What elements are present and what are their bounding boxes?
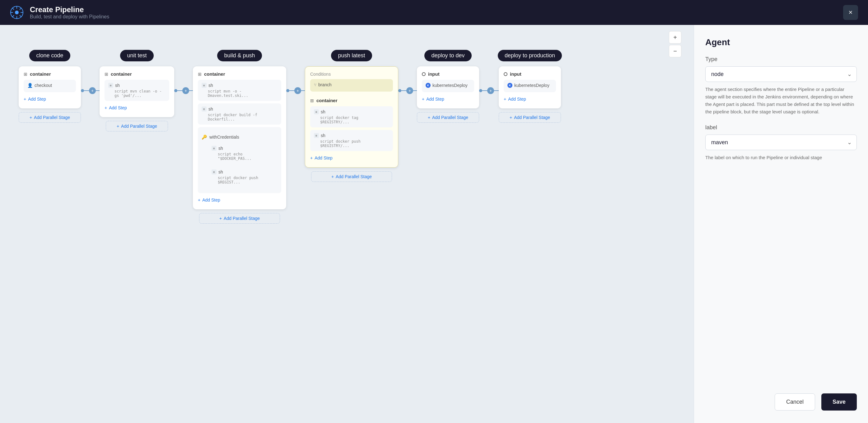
pipeline-stages: clone code ⊞ container 👤 checkout: [12, 44, 568, 230]
sh-step-bp2[interactable]: ≡ sh script docker build -f Dockerfil...: [198, 104, 281, 124]
app-container: Create Pipeline Build, test and deploy w…: [0, 0, 868, 423]
add-step-button-bp[interactable]: + Add Step: [198, 196, 281, 204]
stage-card-deploy-dev: input K kubernetesDeploy + Add Step: [417, 66, 479, 108]
sh-step-bp1[interactable]: ≡ sh script mvn -o -Dmaven.test.ski...: [198, 80, 281, 101]
connector-plus-3[interactable]: +: [294, 87, 301, 94]
pipeline-canvas: + − clone code ⊞ container 👤: [0, 25, 694, 423]
stage-label-unit-test: unit test: [120, 50, 153, 61]
stage-card-deploy-prod: input K kubernetesDeploy + Add Step: [499, 66, 561, 108]
connector-line: [84, 90, 89, 91]
add-step-label-ut: Add Step: [109, 105, 127, 110]
plus-icon-pl: +: [310, 156, 313, 161]
add-parallel-stage-button-dd[interactable]: + Add Parallel Stage: [417, 112, 479, 123]
connector-2: +: [174, 87, 193, 94]
add-parallel-stage-button-pl[interactable]: + Add Parallel Stage: [311, 171, 392, 182]
connector-plus-2[interactable]: +: [182, 87, 189, 94]
stage-type-label-bp: container: [204, 71, 225, 77]
svg-point-1: [15, 10, 19, 14]
add-step-button-clone[interactable]: + Add Step: [24, 95, 76, 104]
add-parallel-stage-button-ut[interactable]: + Add Parallel Stage: [106, 121, 168, 132]
add-parallel-label-bp: Add Parallel Stage: [224, 216, 260, 221]
step-script-bp4: script docker push $REGIST...: [218, 176, 274, 185]
sh-step-bp3[interactable]: ≡ sh script echo "$DOCKER_PAS...: [208, 143, 278, 164]
with-creds-block[interactable]: 🔑 withCredentials ≡ sh script echo "$D: [198, 127, 281, 193]
stage-type-row: ⊞ container: [24, 71, 76, 77]
sh-step-pl1[interactable]: ≡ sh script docker tag $REGISTRY/...: [310, 106, 393, 128]
sh-icon-ut: ≡: [108, 83, 113, 88]
save-button[interactable]: Save: [822, 393, 857, 411]
branch-label: branch: [318, 82, 332, 87]
zoom-in-button[interactable]: +: [669, 31, 681, 44]
add-step-label-dd: Add Step: [426, 96, 444, 102]
sh-step-pl2[interactable]: ≡ sh script docker push $REGISTRY/...: [310, 130, 393, 151]
add-step-button-dd[interactable]: + Add Step: [422, 95, 474, 104]
stage-card-build-push: ⊞ container ≡ sh script mvn -o -Dmaven.t…: [193, 66, 286, 209]
add-parallel-stage-button-bp[interactable]: + Add Parallel Stage: [199, 213, 280, 224]
sh-icon-bp3: ≡: [212, 146, 217, 151]
connector-dot-5: [479, 89, 482, 92]
type-select[interactable]: node any none docker dockerfile: [705, 66, 857, 82]
label-description: The label on which to run the Pipeline o…: [705, 154, 857, 161]
add-step-button-pl[interactable]: + Add Step: [310, 153, 393, 162]
svg-line-7: [20, 15, 22, 17]
step-script-pl1: script docker tag $REGISTRY/...: [320, 116, 389, 124]
panel-footer: Cancel Save: [705, 381, 857, 411]
plus-icon-dd: +: [422, 96, 424, 102]
plus-icon-parallel-ut: +: [117, 124, 119, 129]
zoom-out-button[interactable]: −: [669, 45, 681, 57]
add-step-label-dp: Add Step: [508, 96, 526, 102]
sh-step-bp4[interactable]: ≡ sh script docker push $REGIST...: [208, 166, 278, 188]
k8s-step-dd[interactable]: K kubernetesDeploy: [422, 80, 474, 92]
cancel-button[interactable]: Cancel: [775, 393, 815, 411]
stage-type-label-ut: container: [111, 71, 132, 77]
grid-icon-pl: ⊞: [310, 98, 314, 103]
k8s-step-dp[interactable]: K kubernetesDeploy: [504, 80, 556, 92]
sh-step-ut[interactable]: ≡ sh script mvn clean -o -gs 'pwd'/...: [104, 80, 169, 101]
grid-icon-ut: ⊞: [104, 72, 108, 77]
type-description: The agent section specifies where the en…: [705, 86, 857, 116]
connector-3: +: [286, 87, 305, 94]
sh-label-bp3: sh: [218, 146, 223, 151]
stage-card-clone-code: ⊞ container 👤 checkout + Add Step: [19, 66, 81, 108]
stage-type-label-dp: input: [510, 71, 521, 77]
input-icon-dp: [504, 72, 507, 76]
plus-icon: +: [24, 96, 26, 102]
add-parallel-label-pl: Add Parallel Stage: [336, 174, 372, 179]
checkout-step[interactable]: 👤 checkout: [24, 80, 76, 92]
stage-card-unit-test: ⊞ container ≡ sh script mvn clean -o -gs…: [99, 66, 174, 117]
sh-icon-pl1: ≡: [314, 109, 319, 114]
stage-label-clone-code: clone code: [29, 50, 70, 61]
stage-unit-test: unit test ⊞ container ≡ sh script mvn cl…: [99, 50, 174, 132]
with-creds-label: withCredentials: [209, 135, 239, 140]
step-script-ut: script mvn clean -o -gs 'pwd'/...: [115, 89, 165, 98]
connector-1: +: [81, 87, 99, 94]
stage-push-latest: push latest Conditions ⑂ branch ⊞ c: [305, 50, 398, 182]
add-parallel-stage-button-clone[interactable]: + Add Parallel Stage: [19, 112, 81, 123]
connector-plus[interactable]: +: [89, 87, 96, 94]
add-step-button-dp[interactable]: + Add Step: [504, 95, 556, 104]
close-button[interactable]: ×: [843, 5, 858, 20]
connector-5: +: [479, 87, 498, 94]
connector-plus-4[interactable]: +: [406, 87, 413, 94]
label-select-wrapper: maven java docker node ⌄: [705, 135, 857, 150]
branch-condition[interactable]: ⑂ branch: [310, 79, 393, 91]
plus-icon-ut: +: [104, 105, 107, 110]
connector-plus-5[interactable]: +: [487, 87, 494, 94]
stage-clone-code: clone code ⊞ container 👤 checkout: [19, 50, 81, 123]
stage-label-deploy-prod: deploy to production: [498, 50, 562, 61]
sh-label-bp1: sh: [209, 83, 213, 88]
plus-icon-parallel: +: [30, 115, 32, 120]
label-label: label: [705, 124, 857, 131]
connector-dot-2: [174, 89, 177, 92]
stage-label-deploy-dev: deploy to dev: [424, 50, 471, 61]
plus-icon-parallel-pl: +: [331, 174, 334, 179]
add-step-button-ut[interactable]: + Add Step: [104, 104, 169, 112]
label-select[interactable]: maven java docker node: [705, 135, 857, 150]
header: Create Pipeline Build, test and deploy w…: [0, 0, 868, 25]
add-parallel-stage-button-dp[interactable]: + Add Parallel Stage: [499, 112, 561, 123]
connector-line-4: [401, 90, 406, 91]
connector-line-2: [177, 90, 182, 91]
app-logo: [10, 6, 24, 19]
sh-label-ut: sh: [115, 83, 120, 88]
connector-dot: [81, 89, 84, 92]
